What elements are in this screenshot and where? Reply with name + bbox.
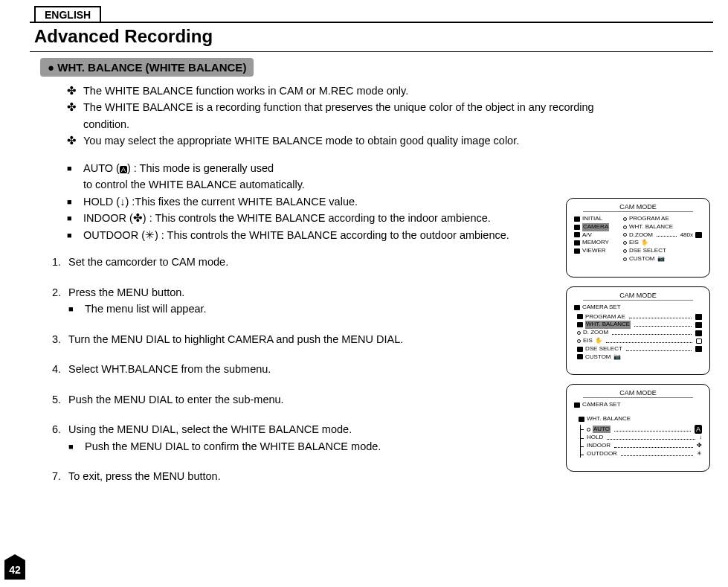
ring-icon xyxy=(577,331,581,335)
panel1-left-col: INITIAL CAMERA A/V MEMORY VIEWER xyxy=(574,215,617,263)
menu-item: DSE SELECT xyxy=(577,345,702,353)
panel-heading: CAMERA SET xyxy=(574,401,702,409)
mode-text: to control the WHITE BALANCE automatical… xyxy=(83,179,305,190)
menu-label: PROGRAM AE xyxy=(629,215,669,223)
menu-item: EIS✋ xyxy=(623,239,702,247)
panel3-options: AUTOA HOLD↓ INDOOR✤ OUTDOOR✳ xyxy=(580,425,702,458)
intro-list: The WHITE BALANCE function works in CAM … xyxy=(67,83,640,150)
lcd-panel-2: CAM MODE CAMERA SET PROGRAM AE WHT. BALA… xyxy=(566,286,710,376)
panel-title: CAM MODE xyxy=(583,389,693,398)
menu-icon xyxy=(574,402,580,408)
option-label-selected: AUTO xyxy=(593,426,611,434)
lcd-panels: CAM MODE INITIAL CAMERA A/V MEMORY VIEWE… xyxy=(566,198,710,472)
step-item: Turn the MENU DIAL to highlight CAMERA a… xyxy=(52,331,640,347)
ring-icon xyxy=(623,217,627,221)
panel1-right-col: PROGRAM AE WHT. BALANCE D.ZOOM480x EIS✋ … xyxy=(623,215,702,263)
option-item: OUTDOOR✳ xyxy=(584,450,702,458)
step-text: Using the MENU DIAL, select the WHITE BA… xyxy=(68,423,352,435)
menu-label: DSE SELECT xyxy=(585,345,622,353)
step-item: Using the MENU DIAL, select the WHITE BA… xyxy=(52,421,640,455)
mode-text: ) : This mode is generally used xyxy=(127,162,274,174)
menu-label: MEMORY xyxy=(582,239,609,247)
menu-label: PROGRAM AE xyxy=(585,313,625,321)
menu-item: DSE SELECT xyxy=(623,247,702,255)
intro-item: You may select the appropriate WHITE BAL… xyxy=(67,132,640,149)
step-sublist: The menu list will appear. xyxy=(68,301,640,317)
menu-label: CUSTOM xyxy=(629,255,655,263)
menu-label: CAMERA SET xyxy=(582,401,621,409)
menu-icon xyxy=(574,216,580,222)
menu-label: EIS xyxy=(629,239,639,247)
page-title: Advanced Recording xyxy=(30,22,713,52)
mode-label: INDOOR ( xyxy=(83,212,133,224)
mode-auto: AUTO (A) : This mode is generally used t… xyxy=(67,160,640,193)
step-item: Select WHT.BALANCE from the submenu. xyxy=(52,361,640,377)
menu-label: A/V xyxy=(582,231,592,240)
camera-icon: 📷 xyxy=(657,255,665,263)
value-icon xyxy=(695,330,702,336)
value-icon xyxy=(695,346,702,352)
menu-label: VIEWER xyxy=(582,247,606,255)
language-tab: ENGLISH xyxy=(34,6,101,22)
lcd-panel-1: CAM MODE INITIAL CAMERA A/V MEMORY VIEWE… xyxy=(566,198,710,278)
mode-label: HOLD ( xyxy=(83,196,120,208)
auto-icon: A xyxy=(120,166,127,173)
hand-icon: ✋ xyxy=(595,337,602,345)
panel-subheading: WHT. BALANCE xyxy=(579,415,702,423)
mode-text: ) :This fixes the current WHITE BALANCE … xyxy=(125,196,358,208)
indoor-icon: ✤ xyxy=(697,442,702,450)
value-icon xyxy=(695,314,702,320)
menu-label: CUSTOM xyxy=(585,353,611,362)
step-item: Press the MENU button. The menu list wil… xyxy=(52,284,640,318)
ring-icon xyxy=(623,225,627,229)
ring-icon xyxy=(623,241,627,245)
panel-heading: CAMERA SET xyxy=(574,304,702,312)
menu-icon xyxy=(574,232,580,237)
menu-item: CAMERA xyxy=(574,223,617,231)
menu-label: D.ZOOM xyxy=(629,231,653,240)
panel-title: CAM MODE xyxy=(583,203,693,212)
mode-text: ) : This controls the WHITE BALANCE acco… xyxy=(143,212,491,224)
ring-icon xyxy=(623,257,627,261)
step-sublist: Push the MENU DIAL to confirm the WHITE … xyxy=(68,438,640,455)
menu-label: WHT. BALANCE xyxy=(587,415,631,423)
hand-icon: ✋ xyxy=(641,239,648,247)
menu-icon xyxy=(574,248,580,254)
menu-label: EIS xyxy=(583,337,593,345)
menu-item: WHT. BALANCE xyxy=(577,321,702,329)
step-text: To exit, press the MENU button. xyxy=(68,470,221,482)
page-number: 42 xyxy=(4,560,25,580)
mode-label: OUTDOOR ( xyxy=(83,229,145,241)
outdoor-icon: ✳ xyxy=(697,450,702,458)
auto-icon: A xyxy=(695,425,702,434)
menu-item: PROGRAM AE xyxy=(577,313,702,321)
menu-icon xyxy=(579,417,584,422)
indoor-icon: ✤ xyxy=(133,212,143,224)
menu-item: D.ZOOM480x xyxy=(623,231,702,240)
menu-label: DSE SELECT xyxy=(629,247,666,255)
menu-icon xyxy=(574,225,580,230)
menu-item: MEMORY xyxy=(574,239,617,247)
step-text: Push the MENU DIAL to enter the sub-menu… xyxy=(68,394,284,405)
menu-item: PROGRAM AE xyxy=(623,215,702,223)
menu-item: INITIAL xyxy=(574,215,617,223)
option-item: INDOOR✤ xyxy=(584,442,702,450)
steps-list: Set the camcorder to CAM mode. Press the… xyxy=(52,254,640,484)
menu-label-selected: WHT. BALANCE xyxy=(585,321,631,329)
mode-hold: HOLD (↓) :This fixes the current WHITE B… xyxy=(67,193,640,210)
menu-icon xyxy=(574,305,580,310)
step-item: Push the MENU DIAL to enter the sub-menu… xyxy=(52,391,640,408)
menu-item: D. ZOOM xyxy=(577,329,702,337)
intro-item: The WHITE BALANCE is a recording functio… xyxy=(67,99,640,132)
menu-label: CAMERA SET xyxy=(582,304,621,312)
menu-label: WHT. BALANCE xyxy=(629,223,673,231)
body-content: The WHITE BALANCE function works in CAM … xyxy=(67,83,640,484)
menu-item: WHT. BALANCE xyxy=(623,223,702,231)
ring-icon xyxy=(623,249,627,253)
menu-item: EIS✋ xyxy=(577,337,702,345)
mode-outdoor: OUTDOOR (✳) : This controls the WHITE BA… xyxy=(67,227,640,243)
option-item: AUTOA xyxy=(584,425,702,434)
option-label: INDOOR xyxy=(587,442,611,450)
menu-item: VIEWER xyxy=(574,247,617,255)
step-item: To exit, press the MENU button. xyxy=(52,468,640,484)
